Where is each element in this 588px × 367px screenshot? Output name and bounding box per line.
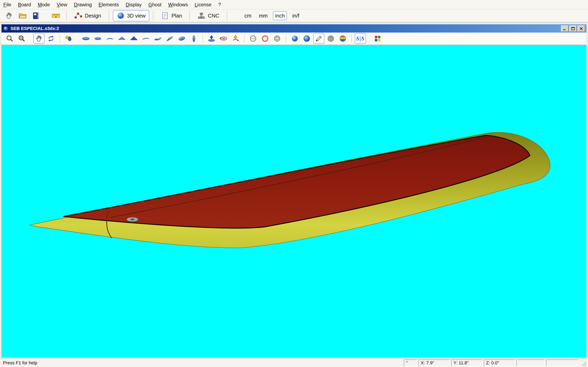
toolbar-separator [190, 11, 190, 21]
ruler-icon[interactable] [51, 11, 61, 21]
status-empty-panel-1 [516, 359, 545, 366]
threed-view-mode-label: 3D view [127, 13, 146, 18]
document-window: SEB ESPECIAL.s3dx:2 [1, 24, 587, 359]
menu-item-help[interactable]: ? [215, 1, 224, 8]
toolbar-separator [66, 11, 67, 21]
wireframe-sphere-icon[interactable] [272, 33, 283, 44]
status-y-panel: Y: 11.8" [451, 359, 483, 366]
toolbar-separator [153, 11, 154, 21]
threed-view-mode-button[interactable]: 3D view [113, 10, 149, 21]
view-toolbar-separator [351, 34, 352, 43]
surfboard-deck-panel [64, 135, 530, 228]
document-icon [3, 26, 9, 31]
notebook-icon[interactable] [31, 11, 41, 21]
view-toolbar-separator [60, 34, 60, 43]
rotate-y-axis-icon[interactable] [230, 33, 241, 44]
view-toolbar-separator [244, 34, 245, 43]
shaded-sphere-2-icon[interactable] [301, 33, 312, 44]
minimize-button[interactable] [561, 25, 569, 32]
outline-ellipse-small-icon[interactable] [92, 33, 104, 44]
menu-bar: File Board Mode View Drawing Elements Di… [0, 0, 588, 9]
resize-grip[interactable] [580, 359, 587, 366]
menu-item-mode[interactable]: Mode [34, 1, 53, 8]
toolbar-separator [109, 11, 109, 21]
rotate-x-axis-icon[interactable] [218, 33, 229, 44]
window-controls [561, 25, 585, 32]
shaded-sphere-icon[interactable] [289, 33, 300, 44]
sphere-icon [116, 12, 125, 20]
cnc-machine-icon [198, 12, 206, 20]
design-curve-icon [74, 12, 82, 20]
plan-mode-button[interactable]: Plan [157, 10, 186, 21]
outline-ellipse-icon[interactable] [80, 33, 91, 44]
menu-item-elements[interactable]: Elements [95, 1, 122, 8]
slice-blob-icon[interactable] [176, 33, 187, 44]
unit-selector: cm mm inch in/f [241, 11, 303, 20]
rocker-curve-icon[interactable] [104, 33, 116, 44]
status-help-text: Press F1 for help [1, 360, 37, 366]
rail-crescent-icon[interactable] [140, 33, 151, 44]
view-toolbar-separator [286, 34, 286, 43]
unit-inf-button[interactable]: in/f [290, 11, 302, 20]
menu-item-view[interactable]: View [53, 1, 70, 8]
menu-item-file[interactable]: File [0, 1, 15, 8]
cnc-mode-label: CNC [208, 13, 219, 18]
cnc-mode-button[interactable]: CNC [194, 10, 223, 21]
document-titlebar[interactable]: SEB ESPECIAL.s3dx:2 [1, 24, 586, 33]
thickness-triangle-icon[interactable] [116, 33, 127, 44]
menu-item-license[interactable]: License [191, 1, 215, 8]
rotate-view-icon[interactable] [45, 33, 57, 44]
pointer-glove-icon[interactable] [4, 11, 14, 21]
design-mode-label: Design [85, 13, 101, 18]
status-unit-panel: " [404, 359, 417, 366]
maximize-button[interactable] [569, 25, 577, 32]
striped-sphere-icon[interactable] [325, 33, 336, 44]
s-s-curvature-icon[interactable]: S|S [355, 33, 366, 44]
unit-cm-button[interactable]: cm [242, 11, 254, 20]
thickness-triangle-filled-icon[interactable] [128, 33, 139, 44]
unit-mm-button[interactable]: mm [257, 11, 270, 20]
plan-document-icon [161, 12, 169, 20]
document-title: SEB ESPECIAL.s3dx:2 [10, 26, 561, 31]
flip-board-icon[interactable] [206, 33, 217, 44]
canvas-3d[interactable] [1, 45, 586, 358]
menu-item-ghost[interactable]: Ghost [145, 1, 165, 8]
surfboard-plug [127, 217, 138, 221]
close-button[interactable] [578, 25, 585, 32]
status-x-panel: X: 7.9" [419, 359, 450, 366]
main-toolbar: Design 3D view Plan CNC cm mm i [0, 9, 588, 22]
surfboard-3d-render [1, 45, 586, 358]
application-window: File Board Mode View Drawing Elements Di… [0, 0, 588, 367]
slice-wave-icon[interactable] [152, 33, 164, 44]
toolbar-separator [227, 11, 227, 21]
status-bar: Press F1 for help " X: 7.9" Y: 11.8" Z: … [0, 359, 588, 367]
color-fill-icon[interactable] [63, 33, 74, 44]
menu-item-windows[interactable]: Windows [165, 1, 191, 8]
plan-mode-label: Plan [172, 13, 182, 18]
color-squares-icon[interactable] [372, 33, 383, 44]
red-circle-icon[interactable] [259, 33, 271, 44]
cross-section-icon[interactable] [188, 33, 199, 44]
menu-item-display[interactable]: Display [122, 1, 145, 8]
status-z-panel: Z: 0.0" [484, 359, 515, 366]
menu-item-drawing[interactable]: Drawing [71, 1, 95, 8]
menu-item-board[interactable]: Board [15, 1, 35, 8]
unit-inch-button[interactable]: inch [273, 11, 287, 20]
contour-circle-icon[interactable] [247, 33, 259, 44]
design-mode-button[interactable]: Design [70, 10, 105, 21]
view-toolbar: S|S [1, 33, 586, 45]
slice-diagonal-icon[interactable] [164, 33, 175, 44]
zoom-window-icon[interactable] [16, 33, 27, 44]
paint-decor-icon[interactable] [313, 33, 324, 44]
rainbow-sphere-icon[interactable] [337, 33, 348, 44]
s-s-label: S|S [356, 35, 365, 42]
status-empty-panel-2 [546, 359, 578, 366]
zoom-icon[interactable] [4, 33, 15, 44]
pan-hand-icon[interactable] [33, 33, 44, 44]
open-folder-icon[interactable] [17, 11, 27, 21]
view-toolbar-separator [203, 34, 203, 43]
